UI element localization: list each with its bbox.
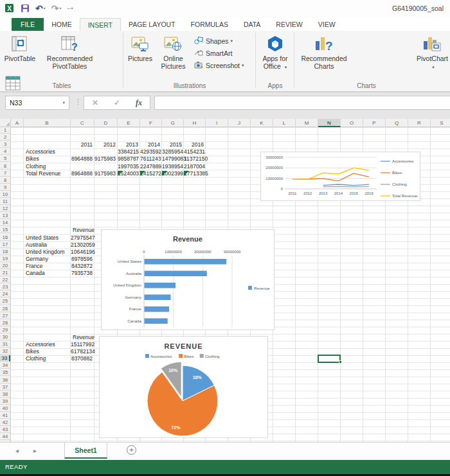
- save-icon[interactable]: [21, 4, 30, 13]
- tab-file[interactable]: FILE: [12, 18, 44, 31]
- tab-page-layout[interactable]: PAGE LAYOUT: [121, 18, 183, 31]
- column-header-Q[interactable]: Q: [386, 119, 408, 127]
- row-header-21[interactable]: 21: [0, 270, 10, 276]
- pictures-button[interactable]: Pictures: [125, 31, 155, 63]
- name-box[interactable]: N33 ▾: [5, 96, 69, 110]
- cell-B31[interactable]: Accessories: [24, 341, 71, 348]
- pivotchart-button[interactable]: PivotChart ▾: [415, 31, 450, 71]
- cell-H6[interactable]: 2187004: [184, 163, 206, 170]
- name-box-dropdown-icon[interactable]: ▾: [62, 100, 65, 105]
- cell-C18[interactable]: 10646196: [71, 249, 94, 256]
- shapes-button[interactable]: Shapes ▾: [194, 35, 244, 46]
- cell-G3[interactable]: 2015: [162, 141, 184, 148]
- row-header-17[interactable]: 17: [0, 242, 10, 248]
- row-header-12[interactable]: 12: [0, 206, 10, 212]
- redo-icon[interactable]: ↷▾: [51, 4, 62, 13]
- line-chart[interactable]: 0100000002000000030000000201120122013201…: [260, 152, 420, 201]
- column-header-G[interactable]: G: [162, 119, 184, 127]
- row-header-32[interactable]: 32: [0, 348, 10, 355]
- cell-C20[interactable]: 8432872: [71, 263, 94, 270]
- column-header-B[interactable]: B: [24, 119, 71, 127]
- new-sheet-icon[interactable]: +: [127, 445, 136, 455]
- row-header-9[interactable]: 9: [0, 184, 10, 191]
- row-header-4[interactable]: 4: [0, 148, 10, 155]
- row-header-3[interactable]: 3: [0, 141, 10, 148]
- row-header-44[interactable]: 44: [0, 434, 10, 440]
- row-header-23[interactable]: 23: [0, 284, 10, 290]
- cell-C30[interactable]: Revenue: [71, 334, 94, 341]
- cell-B20[interactable]: France: [24, 263, 71, 270]
- bar-chart[interactable]: Revenue0100000002000000030000000United S…: [101, 229, 274, 330]
- cell-C21[interactable]: 7935738: [71, 270, 94, 277]
- row-header-5[interactable]: 5: [0, 155, 10, 162]
- row-header-25[interactable]: 25: [0, 298, 10, 304]
- row-header-19[interactable]: 19: [0, 256, 10, 262]
- apps-for-office-button[interactable]: Apps for Office ▾: [258, 31, 292, 71]
- insert-function-icon[interactable]: fx: [136, 98, 142, 108]
- cell-B4[interactable]: Accessories: [24, 148, 71, 155]
- cell-G5[interactable]: 14799083: [162, 155, 184, 163]
- cell-B5[interactable]: Bikes: [24, 155, 71, 163]
- cell-E5[interactable]: 9858787: [118, 155, 140, 163]
- column-header-C[interactable]: C: [71, 119, 94, 127]
- cell-C32[interactable]: 61782134: [71, 348, 94, 355]
- column-header-J[interactable]: J: [228, 119, 251, 127]
- cell-C3[interactable]: 2011: [71, 141, 94, 148]
- cell-C15[interactable]: Revenue: [71, 227, 94, 234]
- cell-B21[interactable]: Canada: [24, 270, 71, 277]
- cell-B7[interactable]: Total Revenue: [24, 170, 71, 177]
- cell-F5[interactable]: 7611243: [140, 155, 162, 163]
- row-header-29[interactable]: 29: [0, 327, 10, 333]
- tab-review[interactable]: REVIEW: [268, 18, 310, 31]
- row-header-20[interactable]: 20: [0, 263, 10, 269]
- cell-G6[interactable]: 1938954: [162, 163, 184, 170]
- column-header-E[interactable]: E: [118, 119, 140, 127]
- customize-qat-icon[interactable]: –▾: [68, 5, 73, 12]
- cell-E6[interactable]: 1997035: [118, 163, 140, 170]
- confirm-entry-icon[interactable]: ✓: [114, 98, 120, 107]
- row-header-36[interactable]: 36: [0, 377, 10, 383]
- tab-insert[interactable]: INSERT: [80, 18, 121, 31]
- formula-input[interactable]: [154, 96, 450, 110]
- select-all-corner[interactable]: [0, 119, 11, 127]
- cancel-entry-icon[interactable]: ✕: [92, 98, 98, 107]
- column-header-I[interactable]: I: [206, 119, 228, 127]
- column-header-F[interactable]: F: [140, 119, 162, 127]
- cell-B19[interactable]: Germany: [24, 256, 71, 263]
- row-header-22[interactable]: 22: [0, 277, 10, 283]
- row-header-28[interactable]: 28: [0, 320, 10, 326]
- row-header-14[interactable]: 14: [0, 220, 10, 226]
- cell-C16[interactable]: 27975547: [71, 234, 94, 242]
- row-header-31[interactable]: 31: [0, 341, 10, 348]
- undo-icon[interactable]: ↶▾: [35, 4, 46, 13]
- grid-body[interactable]: 1234567891011121314151617181920212223242…: [0, 127, 450, 442]
- row-header-42[interactable]: 42: [0, 419, 10, 426]
- row-header-15[interactable]: 15: [0, 227, 10, 233]
- cell-F3[interactable]: 2014: [140, 141, 162, 148]
- row-header-40[interactable]: 40: [0, 405, 10, 412]
- pie-chart[interactable]: REVENUEAccessoriesBikesClothing18%72%10%: [99, 336, 268, 438]
- row-header-37[interactable]: 37: [0, 384, 10, 391]
- cell-B16[interactable]: United States: [24, 234, 71, 242]
- cell-G4[interactable]: 3285954: [162, 148, 184, 155]
- cell-D5[interactable]: 9175983: [94, 155, 118, 163]
- column-header-K[interactable]: K: [251, 119, 273, 127]
- cell-C19[interactable]: 8978596: [71, 256, 94, 263]
- row-header-26[interactable]: 26: [0, 306, 10, 312]
- column-header-H[interactable]: H: [184, 119, 206, 127]
- cell-B18[interactable]: United Kingdom: [24, 249, 71, 256]
- row-header-13[interactable]: 13: [0, 213, 10, 219]
- column-header-P[interactable]: P: [363, 119, 386, 127]
- cell-H3[interactable]: 2016: [184, 141, 206, 148]
- recommended-charts-button[interactable]: ? Recommended Charts: [296, 31, 352, 71]
- row-header-7[interactable]: 7: [0, 170, 10, 177]
- cell-C33[interactable]: 8370882: [71, 355, 94, 362]
- column-header-N[interactable]: N: [318, 119, 341, 127]
- cell-E4[interactable]: 3384215: [118, 148, 140, 155]
- cell-B6[interactable]: Clothing: [24, 163, 71, 170]
- cell-E3[interactable]: 2013: [118, 141, 140, 148]
- cell-D3[interactable]: 2012: [94, 141, 118, 148]
- tab-formulas[interactable]: FORMULAS: [183, 18, 236, 31]
- row-header-16[interactable]: 16: [0, 234, 10, 241]
- row-header-34[interactable]: 34: [0, 362, 10, 369]
